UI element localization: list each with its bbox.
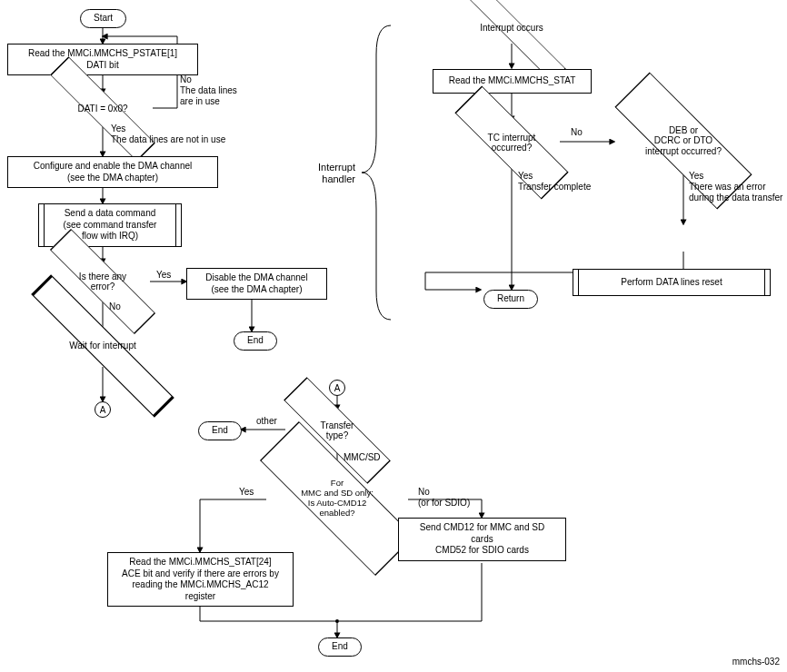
error-yes-label: Yes (156, 270, 171, 281)
end-bottom1-terminal: End (198, 421, 242, 440)
read-pstate-process: Read the MMCi.MMCHS_PSTATE[1]DATI bit (7, 44, 198, 75)
tc-decision: TC interruptoccurred? (471, 118, 553, 167)
dati-no-label: NoThe data linesare in use (180, 74, 237, 107)
read-ace-process: Read the MMCi.MMCHS_STAT[24]ACE bit and … (107, 552, 294, 607)
error-no-label: No (109, 301, 121, 312)
interrupt-occurs-decision: Interrupt occurs (471, 11, 553, 45)
deb-decision: DEB orDCRC or DTOinterrupt occurred? (632, 111, 735, 171)
end-left-terminal: End (234, 331, 277, 351)
end-bottom2-terminal: End (318, 637, 362, 657)
interrupt-handler-title: Interrupthandler (318, 162, 355, 185)
svg-point-18 (335, 619, 339, 623)
disable-dma-process: Disable the DMA channel(see the DMA chap… (186, 268, 327, 300)
type-mmcsd-label: MMC/SD (344, 452, 381, 463)
tc-yes-label: YesTransfer complete (518, 171, 591, 193)
configure-dma-process: Configure and enable the DMA channel(see… (7, 156, 218, 188)
image-id-label: mmchs-032 (732, 657, 780, 667)
read-stat-process: Read the MMCi.MMCHS_STAT (433, 69, 592, 94)
connector-a-out: A (95, 401, 111, 418)
auto-yes-label: Yes (239, 487, 254, 498)
data-lines-reset-subroutine: Perform DATA lines reset (573, 269, 771, 297)
send-cmd12-process: Send CMD12 for MMC and SDcardsCMD52 for … (398, 518, 566, 561)
tc-no-label: No (571, 127, 583, 138)
dati-yes-label: YesThe data lines are not in use (111, 124, 225, 145)
auto-no-label: No(or for SDIO) (418, 487, 470, 509)
connector-a-in: A (329, 380, 345, 396)
wait-interrupt-decision: Wait for interrupt (48, 323, 157, 369)
deb-yes-label: YesThere was an errorduring the data tra… (689, 171, 782, 203)
dati-decision: DATI = 0x0? (62, 90, 144, 128)
autocmd12-decision: ForMMC and SD only:Is Auto-CMD12enabled? (281, 465, 394, 532)
start-terminal: Start (80, 9, 126, 28)
type-other-label: other (256, 416, 277, 427)
return-terminal: Return (483, 290, 538, 309)
